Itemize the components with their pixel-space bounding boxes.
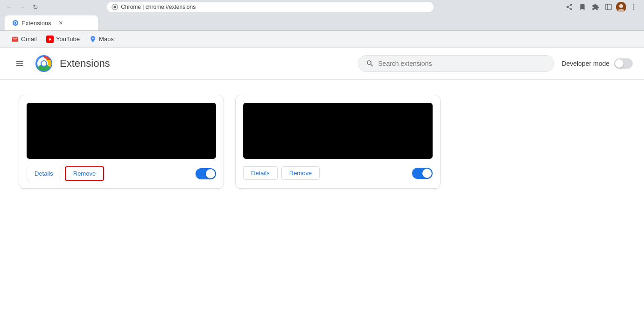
bookmark-maps-label: Maps [99, 36, 114, 43]
gmail-icon [11, 36, 19, 43]
search-box[interactable] [358, 55, 554, 72]
svg-rect-2 [606, 4, 611, 10]
details-button-2[interactable]: Details [243, 166, 278, 180]
bookmark-youtube[interactable]: YouTube [42, 34, 84, 45]
bookmark-button[interactable] [577, 1, 588, 13]
remove-button-2[interactable]: Remove [281, 166, 320, 180]
extension-toggle-1[interactable] [196, 168, 216, 179]
extension-card-1: Details Remove [19, 95, 224, 189]
extensions-header: Extensions Developer mode [0, 48, 644, 80]
extension-toggle-2[interactable] [412, 168, 433, 179]
sidebar-button[interactable] [603, 1, 614, 13]
profile-avatar[interactable] [616, 2, 626, 12]
svg-point-9 [633, 8, 635, 10]
active-tab[interactable]: Extensions [5, 15, 98, 30]
developer-mode-toggle[interactable] [614, 58, 633, 69]
details-button-1[interactable]: Details [27, 167, 61, 180]
tab-close-icon[interactable] [58, 20, 63, 26]
extension-actions-1: Details Remove [27, 166, 216, 181]
chrome-logo [35, 55, 52, 72]
chrome-menu-button[interactable] [628, 1, 639, 13]
svg-point-12 [14, 22, 16, 24]
extension-actions-2: Details Remove [243, 166, 433, 180]
svg-point-17 [42, 61, 46, 66]
developer-mode-label: Developer mode [561, 60, 609, 67]
address-bar[interactable]: Chrome | chrome://extensions [107, 2, 434, 12]
extension-thumbnail-1 [27, 103, 216, 159]
address-bar-icon [112, 4, 118, 10]
page-title: Extensions [60, 57, 350, 70]
bookmark-gmail-label: Gmail [21, 36, 37, 43]
svg-point-8 [633, 7, 635, 8]
menu-button[interactable] [11, 55, 28, 72]
bookmarks-bar: Gmail YouTube Maps [0, 31, 644, 48]
page-content: Extensions Developer mode Details Remove… [0, 48, 644, 320]
bookmark-youtube-label: YouTube [56, 36, 80, 43]
tab-favicon [12, 20, 19, 26]
developer-mode-toggle-container: Developer mode [561, 58, 633, 69]
tab-bar: Extensions [0, 14, 644, 31]
youtube-icon [46, 36, 54, 43]
remove-button-1[interactable]: Remove [65, 166, 104, 181]
search-icon [366, 59, 374, 68]
svg-point-1 [114, 6, 116, 8]
browser-titlebar: ← → ↻ Chrome | chrome://extensions [0, 0, 644, 14]
back-button[interactable]: ← [5, 2, 14, 12]
browser-actions [564, 1, 639, 13]
maps-icon [89, 36, 97, 43]
extensions-button[interactable] [590, 1, 601, 13]
tab-title: Extensions [21, 20, 51, 27]
svg-point-7 [633, 4, 635, 6]
forward-button[interactable]: → [18, 2, 27, 12]
search-input[interactable] [378, 60, 546, 67]
reload-button[interactable]: ↻ [31, 2, 40, 12]
bookmark-gmail[interactable]: Gmail [7, 34, 41, 45]
share-button[interactable] [564, 1, 575, 13]
extension-card-2: Details Remove [235, 95, 441, 189]
extension-thumbnail-2 [243, 103, 433, 159]
svg-point-5 [619, 4, 623, 8]
bookmark-maps[interactable]: Maps [85, 34, 118, 45]
address-text: Chrome | chrome://extensions [121, 4, 429, 10]
extensions-grid: Details Remove Details Remove [0, 80, 644, 204]
